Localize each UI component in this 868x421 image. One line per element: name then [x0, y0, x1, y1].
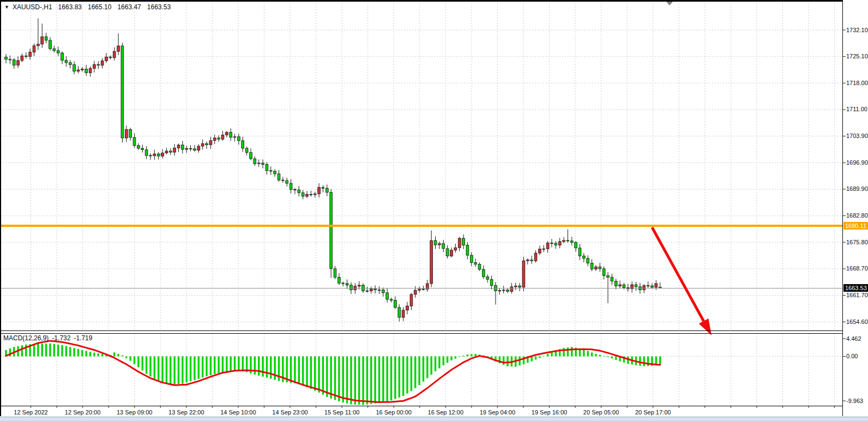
- panel-splitter-top[interactable]: [0, 330, 843, 331]
- time-tick-label: 20 Sep 05:00: [575, 409, 628, 416]
- axis-divider: [842, 0, 843, 416]
- time-tick-label: 16 Sep 00:00: [367, 409, 420, 416]
- time-tick-label: 19 Sep 04:00: [471, 409, 523, 416]
- time-tick-label: 15 Sep 11:00: [316, 409, 368, 416]
- time-tick-label: 12 Sep 2022: [5, 409, 57, 416]
- high-value: 1665.10: [88, 3, 111, 11]
- close-value: 1663.53: [147, 3, 171, 11]
- open-value: 1663.83: [58, 3, 82, 11]
- low-value: 1663.47: [117, 3, 141, 11]
- price-tick-label: 1718.00: [846, 80, 868, 86]
- collapse-indicators-icon[interactable]: ▼: [4, 4, 9, 10]
- panel-splitter-bottom[interactable]: [0, 333, 843, 334]
- price-tick-label: 1661.70: [846, 292, 868, 298]
- time-tick-label: 12 Sep 20:00: [57, 409, 109, 416]
- current-price-tag: 1663.53: [843, 284, 868, 292]
- symbol-period-label: XAUUSD-,H1: [13, 3, 52, 11]
- price-tick-label: 1689.90: [846, 185, 868, 192]
- left-border: [0, 0, 1, 416]
- symbol-info-bar: ▼XAUUSD-,H11663.831665.101663.471663.53: [4, 3, 171, 11]
- time-tick-label: 14 Sep 10:00: [212, 409, 264, 416]
- macd-name-label: MACD(12,26,9): [3, 334, 49, 342]
- chart-canvas[interactable]: [0, 0, 868, 421]
- time-tick-label: 13 Sep 09:00: [108, 409, 161, 416]
- macd-signal-value: -1.719: [74, 334, 92, 342]
- macd-bottom-border: [0, 406, 843, 406]
- macd-value: -1.732: [52, 334, 70, 342]
- window-bottom-strip: [0, 417, 868, 421]
- chart-shift-marker-icon: [666, 2, 673, 5]
- macd-info-bar: MACD(12,26,9)-1.732-1.719: [3, 334, 95, 342]
- time-tick-label: 14 Sep 23:00: [264, 409, 316, 416]
- price-tick-label: 1725.10: [846, 53, 868, 59]
- price-tick-label: 1675.80: [846, 239, 868, 245]
- price-tick-label: 1654.60: [846, 318, 868, 325]
- time-tick-label: 16 Sep 12:00: [419, 409, 472, 416]
- time-tick-label: 20 Sep 17:00: [627, 409, 679, 416]
- macd-tick-label: -9.963: [846, 398, 868, 404]
- price-tick-label: 1732.10: [846, 27, 868, 33]
- price-tick-label: 1668.70: [846, 265, 868, 272]
- top-border: [0, 0, 843, 2]
- macd-tick-label: 4.462: [846, 335, 868, 342]
- price-tick-label: 1711.00: [846, 106, 868, 112]
- price-tick-label: 1682.80: [846, 212, 868, 219]
- price-tick-label: 1696.90: [846, 159, 868, 166]
- time-tick-label: 13 Sep 22:00: [160, 409, 213, 416]
- macd-tick-label: 0.00: [846, 353, 868, 359]
- price-tick-label: 1703.90: [846, 133, 868, 139]
- time-tick-label: 19 Sep 16:00: [523, 409, 576, 416]
- hline-price-tag[interactable]: 1680.11: [843, 222, 868, 230]
- chart-window: ▼XAUUSD-,H11663.831665.101663.471663.53 …: [0, 0, 868, 421]
